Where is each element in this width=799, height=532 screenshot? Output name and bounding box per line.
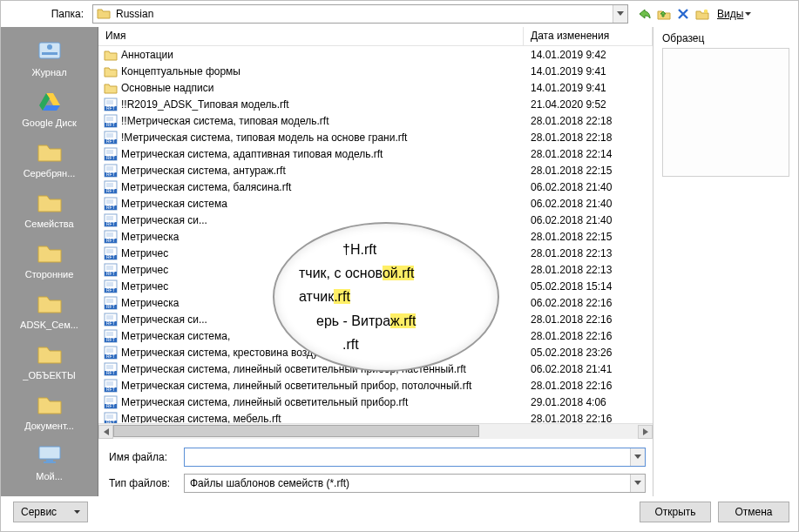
svg-rect-25	[106, 150, 113, 154]
svg-marker-6	[43, 105, 60, 111]
svg-point-2	[47, 44, 52, 50]
place-item[interactable]: _ОБЪЕКТЫ	[10, 335, 89, 384]
rft-icon: RFT	[104, 263, 118, 277]
rft-icon: RFT	[104, 246, 118, 260]
cancel-button[interactable]: Отмена	[718, 502, 789, 522]
scroll-left-icon[interactable]	[98, 425, 113, 439]
file-row[interactable]: RFTМетрическая система06.02.2018 21:40	[98, 195, 653, 212]
svg-text:RFT: RFT	[106, 354, 115, 359]
toolbar: Папка: Russian Виды	[1, 1, 798, 27]
file-row[interactable]: RFTМетрическая система, линейный осветит…	[98, 394, 653, 410]
file-row[interactable]: RFTМетрическая система, адаптивная типов…	[98, 145, 653, 162]
place-item[interactable]: Google Диск	[10, 83, 89, 131]
svg-rect-33	[106, 183, 113, 187]
file-name: Аннотации	[121, 49, 173, 61]
file-name: Метрическая си...	[121, 214, 207, 226]
folder-label: Папка:	[6, 8, 89, 20]
filename-combo[interactable]	[184, 448, 646, 467]
file-name: Метрическая система	[121, 198, 227, 210]
chevron-down-icon[interactable]	[613, 5, 627, 23]
file-date: 14.01.2019 9:41	[524, 65, 653, 77]
tools-button[interactable]: Сервис	[13, 502, 88, 522]
file-date: 28.01.2018 22:13	[524, 264, 653, 276]
rft-icon: RFT	[104, 412, 118, 424]
chevron-down-icon	[74, 510, 80, 514]
back-icon[interactable]	[637, 6, 653, 22]
file-name: Метрическая система, адаптивная типовая …	[121, 148, 383, 160]
file-date: 06.02.2018 22:16	[524, 297, 653, 309]
rft-icon: RFT	[104, 197, 118, 211]
file-name: Метрическая система, балясина.rft	[121, 181, 291, 193]
file-row[interactable]: Основные надписи14.01.2019 9:41	[98, 79, 653, 96]
file-name: Метрическая система, линейный осветитель…	[121, 380, 471, 392]
main-area: ЖурналGoogle ДискСеребрян...СемействаСто…	[1, 27, 798, 496]
places-bar[interactable]: ЖурналGoogle ДискСеребрян...СемействаСто…	[1, 27, 98, 496]
column-date[interactable]: Дата изменения	[524, 27, 653, 45]
new-folder-icon[interactable]	[694, 6, 710, 22]
file-date: 06.02.2018 21:40	[524, 198, 653, 210]
scroll-track[interactable]	[113, 425, 638, 439]
folder-icon	[97, 7, 111, 21]
file-date: 06.02.2018 21:40	[524, 181, 653, 193]
place-item[interactable]: Документ...	[10, 386, 89, 434]
file-row[interactable]: RFTМетрическая система, мебель.rft28.01.…	[98, 410, 653, 423]
file-list-header: Имя Дата изменения	[98, 27, 653, 46]
file-row[interactable]: RFTМетрическая система, антураж.rft28.01…	[98, 162, 653, 178]
place-item[interactable]: Журнал	[10, 32, 89, 81]
rft-icon: RFT	[104, 362, 118, 376]
file-row[interactable]: RFTМетрическая система, балясина.rft06.0…	[98, 178, 653, 195]
svg-text:RFT: RFT	[106, 105, 115, 111]
views-menu[interactable]: Виды	[717, 8, 751, 20]
svg-text:RFT: RFT	[106, 387, 115, 392]
svg-rect-45	[106, 232, 113, 237]
file-name: Метрическая система,	[121, 330, 230, 342]
folder-path-dropdown[interactable]: Russian	[92, 4, 628, 24]
place-item[interactable]: Сторонние	[10, 234, 89, 283]
chevron-down-icon[interactable]	[630, 475, 645, 492]
file-date: 06.02.2018 21:41	[524, 363, 653, 375]
chevron-down-icon[interactable]	[630, 448, 645, 466]
file-row[interactable]: Аннотации14.01.2019 9:42	[98, 46, 653, 63]
horizontal-scrollbar[interactable]	[98, 423, 653, 439]
rft-icon: RFT	[104, 379, 118, 393]
rft-icon: RFT	[104, 230, 118, 244]
rft-icon: RFT	[104, 313, 118, 327]
up-folder-icon[interactable]	[656, 6, 672, 22]
column-name[interactable]: Имя	[98, 27, 524, 45]
rft-icon: RFT	[104, 395, 118, 409]
folder-icon	[35, 339, 64, 368]
filename-input[interactable]	[185, 448, 630, 466]
rft-icon: RFT	[104, 329, 118, 343]
svg-text:RFT: RFT	[106, 172, 115, 177]
place-item[interactable]: Серебрян...	[10, 133, 89, 182]
svg-rect-81	[106, 381, 113, 386]
file-list[interactable]: Имя Дата изменения Аннотации14.01.2019 9…	[98, 27, 653, 423]
file-row[interactable]: RFT!!R2019_ADSK_Типовая модель.rft21.04.…	[98, 96, 653, 112]
place-item[interactable]: Мой...	[10, 436, 89, 485]
rft-icon: RFT	[104, 98, 118, 111]
file-name: !!Метрическая система, типовая модель.rf…	[121, 115, 329, 127]
place-item[interactable]: Семейства	[10, 184, 89, 232]
place-label: Серебрян...	[24, 168, 76, 178]
svg-rect-53	[106, 266, 113, 270]
svg-text:RFT: RFT	[106, 370, 115, 375]
filetype-combo[interactable]: Файлы шаблонов семейств (*.rft)	[184, 474, 646, 493]
center-column: Имя Дата изменения Аннотации14.01.2019 9…	[98, 27, 653, 496]
file-row[interactable]: RFTМетрическая система, линейный осветит…	[98, 377, 653, 394]
svg-rect-8	[46, 460, 53, 461]
file-name: Метрическа	[121, 297, 179, 309]
scroll-thumb[interactable]	[113, 425, 479, 437]
place-item[interactable]: ADSK_Сем...	[10, 285, 89, 333]
file-row[interactable]: RFT!Метрическая система, типовая модель …	[98, 129, 653, 145]
delete-icon[interactable]	[675, 6, 691, 22]
open-button[interactable]: Открыть	[640, 502, 711, 522]
chevron-down-icon	[745, 12, 751, 16]
rft-icon: RFT	[104, 279, 118, 293]
svg-text:RFT: RFT	[106, 287, 115, 293]
pc-icon	[35, 440, 64, 469]
svg-text:RFT: RFT	[106, 403, 115, 408]
file-name: Метричес	[121, 247, 168, 259]
scroll-right-icon[interactable]	[638, 425, 653, 439]
file-row[interactable]: RFT!!Метрическая система, типовая модель…	[98, 112, 653, 129]
file-row[interactable]: Концептуальные формы14.01.2019 9:41	[98, 63, 653, 79]
